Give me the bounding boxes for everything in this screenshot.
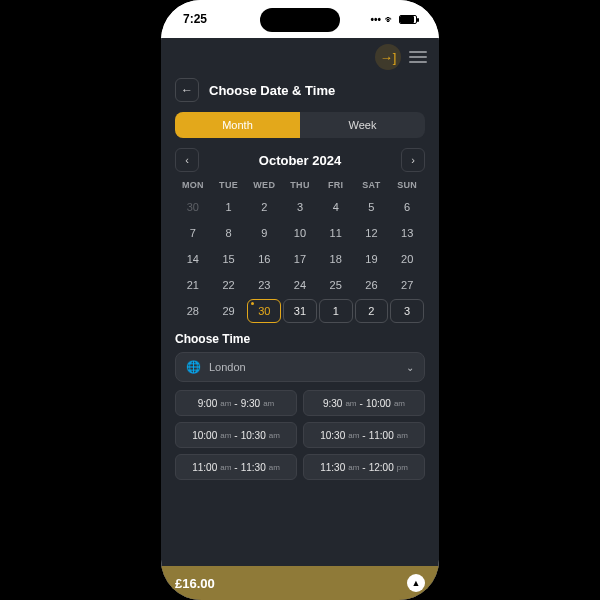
calendar-day[interactable]: 1 xyxy=(212,195,246,219)
chevron-down-icon: ⌄ xyxy=(406,362,414,373)
calendar-day[interactable]: 31 xyxy=(283,299,317,323)
timeslot-button[interactable]: 11:00am - 11:30am xyxy=(175,454,297,480)
calendar-day[interactable]: 21 xyxy=(176,273,210,297)
calendar-day[interactable]: 9 xyxy=(247,221,281,245)
calendar-day[interactable]: 28 xyxy=(176,299,210,323)
calendar-day[interactable]: 7 xyxy=(176,221,210,245)
calendar-day[interactable]: 6 xyxy=(390,195,424,219)
page-title: Choose Date & Time xyxy=(209,83,335,98)
phone-frame: 7:25 ••• ᯤ →] ← Choose Date & Time Month… xyxy=(161,0,439,600)
month-nav: ‹ October 2024 › xyxy=(175,148,425,172)
calendar-day[interactable]: 12 xyxy=(355,221,389,245)
calendar-day[interactable]: 15 xyxy=(212,247,246,271)
calendar-day[interactable]: 20 xyxy=(390,247,424,271)
top-bar: →] xyxy=(161,38,439,72)
calendar-day[interactable]: 16 xyxy=(247,247,281,271)
calendar-day[interactable]: 19 xyxy=(355,247,389,271)
timezone-value: London xyxy=(209,361,246,373)
calendar-day[interactable]: 3 xyxy=(283,195,317,219)
calendar-day[interactable]: 17 xyxy=(283,247,317,271)
calendar-day[interactable]: 25 xyxy=(319,273,353,297)
signal-icon: ᯤ xyxy=(385,14,395,25)
status-icons: ••• ᯤ xyxy=(370,14,417,25)
calendar-day[interactable]: 24 xyxy=(283,273,317,297)
calendar-day[interactable]: 8 xyxy=(212,221,246,245)
calendar-day[interactable]: 27 xyxy=(390,273,424,297)
calendar-day[interactable]: 10 xyxy=(283,221,317,245)
footer-bar[interactable]: £16.00 ▲ xyxy=(161,566,439,600)
calendar-day[interactable]: 4 xyxy=(319,195,353,219)
timeslot-button[interactable]: 9:30am - 10:00am xyxy=(303,390,425,416)
battery-icon xyxy=(399,15,417,24)
timeslot-button[interactable]: 10:00am - 10:30am xyxy=(175,422,297,448)
menu-icon[interactable] xyxy=(409,51,427,63)
app-body: →] ← Choose Date & Time Month Week ‹ Oct… xyxy=(161,38,439,600)
calendar-day[interactable]: 22 xyxy=(212,273,246,297)
timeslot-button[interactable]: 9:00am - 9:30am xyxy=(175,390,297,416)
timezone-select[interactable]: 🌐 London ⌄ xyxy=(175,352,425,382)
calendar-day[interactable]: 14 xyxy=(176,247,210,271)
calendar-day[interactable]: 18 xyxy=(319,247,353,271)
calendar-row: 78910111213 xyxy=(175,220,425,246)
tab-week[interactable]: Week xyxy=(300,112,425,138)
calendar-day[interactable]: 11 xyxy=(319,221,353,245)
calendar-row: 28293031123 xyxy=(175,298,425,324)
weekday-label: THU xyxy=(282,180,318,190)
calendar-row: 14151617181920 xyxy=(175,246,425,272)
calendar-day[interactable]: 30 xyxy=(176,195,210,219)
weekday-label: FRI xyxy=(318,180,354,190)
back-button[interactable]: ← xyxy=(175,78,199,102)
weekday-label: MON xyxy=(175,180,211,190)
calendar-day[interactable]: 2 xyxy=(355,299,389,323)
weekday-label: SUN xyxy=(389,180,425,190)
weekday-header: MONTUEWEDTHUFRISATSUN xyxy=(175,180,425,190)
calendar-day[interactable]: 23 xyxy=(247,273,281,297)
choose-time-label: Choose Time xyxy=(175,332,425,346)
calendar-row: 21222324252627 xyxy=(175,272,425,298)
expand-up-icon[interactable]: ▲ xyxy=(407,574,425,592)
calendar-grid: 3012345678910111213141516171819202122232… xyxy=(175,194,425,324)
month-label: October 2024 xyxy=(259,153,341,168)
calendar-day[interactable]: 26 xyxy=(355,273,389,297)
notch xyxy=(260,8,340,32)
login-icon[interactable]: →] xyxy=(375,44,401,70)
calendar-day[interactable]: 29 xyxy=(212,299,246,323)
view-tabs: Month Week xyxy=(175,112,425,138)
calendar-day[interactable]: 1 xyxy=(319,299,353,323)
prev-month-button[interactable]: ‹ xyxy=(175,148,199,172)
status-time: 7:25 xyxy=(183,12,207,26)
calendar-day[interactable]: 30 xyxy=(247,299,281,323)
wifi-icon: ••• xyxy=(370,14,381,25)
price-label: £16.00 xyxy=(175,576,215,591)
calendar-day[interactable]: 5 xyxy=(355,195,389,219)
weekday-label: WED xyxy=(246,180,282,190)
weekday-label: TUE xyxy=(211,180,247,190)
weekday-label: SAT xyxy=(354,180,390,190)
page-header: ← Choose Date & Time xyxy=(161,72,439,112)
calendar-day[interactable]: 13 xyxy=(390,221,424,245)
tab-month[interactable]: Month xyxy=(175,112,300,138)
calendar-day[interactable]: 3 xyxy=(390,299,424,323)
calendar-row: 30123456 xyxy=(175,194,425,220)
calendar-day[interactable]: 2 xyxy=(247,195,281,219)
timeslot-button[interactable]: 10:30am - 11:00am xyxy=(303,422,425,448)
timeslot-button[interactable]: 11:30am - 12:00pm xyxy=(303,454,425,480)
content: Month Week ‹ October 2024 › MONTUEWEDTHU… xyxy=(161,112,439,480)
timeslot-grid: 9:00am - 9:30am9:30am - 10:00am10:00am -… xyxy=(175,390,425,480)
next-month-button[interactable]: › xyxy=(401,148,425,172)
globe-icon: 🌐 xyxy=(186,360,201,374)
